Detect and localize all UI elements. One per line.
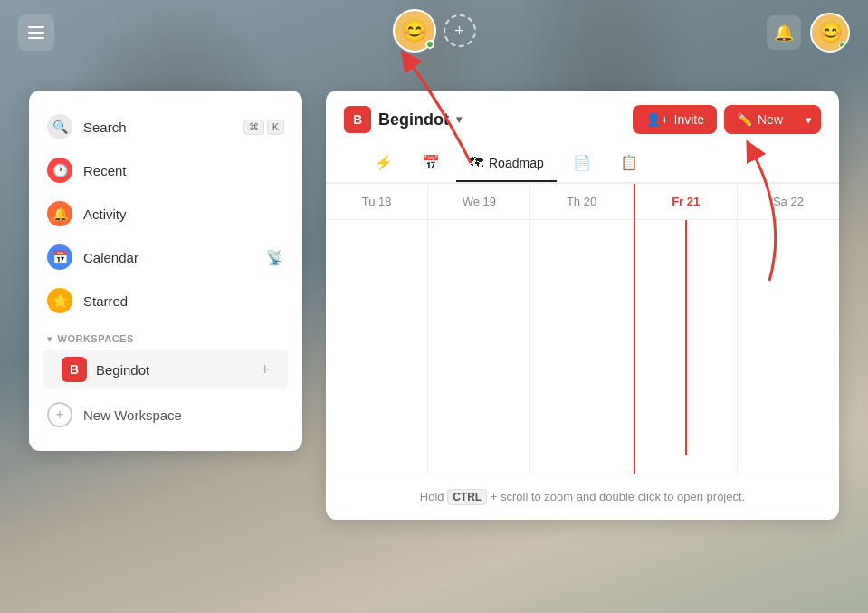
tab-table[interactable]: 📋	[607, 145, 651, 182]
panel-tabs: ⚡ 📅 🗺 Roadmap 📄 📋	[344, 145, 821, 182]
sidebar-item-starred[interactable]: ⭐ Starred	[29, 279, 302, 322]
tab-calendar[interactable]: 📅	[409, 145, 453, 182]
invite-label: Invite	[674, 112, 704, 127]
day-header-tu18: Tu 18	[326, 184, 427, 220]
day-col-we19: We 19	[428, 184, 530, 474]
notifications-button[interactable]: 🔔	[767, 15, 801, 50]
sidebar-item-recent[interactable]: 🕐 Recent	[29, 148, 302, 192]
tab-roadmap-label: Roadmap	[489, 156, 544, 170]
roadmap-hint: Hold CTRL + scroll to zoom and double cl…	[326, 474, 839, 520]
tab-table-icon: 📋	[620, 154, 638, 171]
chevron-down-new-icon: ▾	[806, 113, 812, 127]
shortcut-key: K	[267, 120, 284, 135]
center-avatar-area: 😊 +	[393, 9, 476, 53]
starred-icon: ⭐	[47, 288, 72, 313]
sidebar-item-calendar[interactable]: 📅 Calendar 📡	[29, 235, 302, 279]
new-button[interactable]: ✏️ New	[724, 105, 796, 134]
shortcut-cmd: ⌘	[243, 120, 264, 135]
center-avatar-emoji: 😊	[401, 18, 428, 43]
day-header-th20: Th 20	[530, 184, 632, 220]
day-col-tu18: Tu 18	[326, 184, 428, 474]
sidebar-starred-label: Starred	[83, 293, 284, 309]
activity-icon: 🔔	[47, 201, 72, 226]
ctrl-badge: CTRL	[447, 489, 487, 505]
search-icon: 🔍	[47, 114, 72, 139]
rss-icon: 📡	[266, 249, 284, 266]
roadmap-content: Tu 18 We 19 Th 20 Fr 21 Sa 22 Hold CTRL …	[326, 183, 839, 520]
plus-icon: +	[454, 22, 464, 41]
panel-actions: 👤+ Invite ✏️ New ▾	[633, 105, 821, 134]
new-edit-icon: ✏️	[737, 112, 752, 127]
day-header-sa22: Sa 22	[738, 184, 839, 220]
hint-pre: Hold	[420, 490, 447, 503]
panel-chevron-icon: ▾	[456, 113, 462, 126]
day-header-fr21: Fr 21	[635, 184, 737, 220]
sidebar: 🔍 Search ⌘ K 🕐 Recent 🔔 Activity 📅 Calen…	[29, 91, 302, 451]
new-workspace-label: New Workspace	[83, 407, 182, 423]
bell-icon: 🔔	[774, 23, 794, 43]
workspace-badge: B	[62, 357, 87, 382]
new-label: New	[758, 112, 783, 127]
center-avatar[interactable]: 😊	[393, 9, 436, 53]
tab-document-icon: 📄	[573, 154, 591, 171]
tab-document[interactable]: 📄	[560, 145, 604, 182]
sidebar-item-activity[interactable]: 🔔 Activity	[29, 192, 302, 235]
day-header-we19: We 19	[428, 184, 529, 220]
panel-workspace-title[interactable]: B Begindot ▾	[344, 106, 462, 133]
add-avatar-button[interactable]: +	[444, 14, 476, 47]
workspace-name: Begindot	[96, 362, 251, 378]
chevron-down-icon: ▾	[47, 334, 52, 344]
online-indicator	[425, 40, 434, 49]
topbar-right: 🔔 😊	[767, 13, 850, 53]
new-dropdown-button[interactable]: ▾	[796, 105, 821, 134]
panel-title-row: B Begindot ▾ 👤+ Invite ✏️ New ▾	[344, 105, 821, 134]
avatar-online-dot	[839, 42, 846, 49]
hamburger-icon	[28, 26, 44, 39]
panel-header: B Begindot ▾ 👤+ Invite ✏️ New ▾	[326, 91, 839, 183]
sidebar-item-search[interactable]: 🔍 Search ⌘ K	[29, 105, 302, 148]
tab-roadmap[interactable]: 🗺 Roadmap	[456, 146, 557, 182]
day-col-sa22: Sa 22	[738, 184, 839, 474]
menu-button[interactable]	[18, 14, 54, 51]
invite-person-icon: 👤+	[645, 112, 668, 127]
topbar-left	[18, 14, 54, 51]
calendar-icon: 📅	[47, 244, 72, 270]
new-button-group: ✏️ New ▾	[724, 105, 821, 134]
today-line	[685, 220, 687, 455]
sidebar-calendar-label: Calendar	[83, 250, 255, 265]
search-shortcut: ⌘ K	[243, 120, 284, 135]
workspaces-header: ▾ WORKSPACES	[29, 322, 302, 350]
hint-post: + scroll to zoom and double click to ope…	[487, 490, 745, 503]
day-col-fr21: Fr 21	[634, 184, 738, 474]
sidebar-recent-label: Recent	[83, 163, 284, 178]
recent-icon: 🕐	[47, 158, 72, 183]
invite-button[interactable]: 👤+ Invite	[633, 105, 717, 134]
panel-workspace-name: Begindot	[378, 110, 449, 129]
tab-roadmap-icon: 🗺	[469, 155, 483, 171]
tab-activity-icon: ⚡	[375, 154, 393, 171]
roadmap-grid: Tu 18 We 19 Th 20 Fr 21 Sa 22	[326, 183, 839, 474]
panel-workspace-badge: B	[344, 106, 371, 133]
new-workspace-plus-icon: +	[47, 402, 72, 427]
sidebar-activity-label: Activity	[83, 206, 284, 222]
sidebar-workspace-begindot[interactable]: B Begindot +	[43, 350, 288, 389]
day-col-th20: Th 20	[530, 184, 633, 474]
workspaces-title: WORKSPACES	[58, 333, 134, 344]
workspace-add-icon[interactable]: +	[260, 360, 270, 379]
tab-calendar-icon: 📅	[422, 154, 440, 171]
tab-activity[interactable]: ⚡	[362, 145, 405, 182]
main-panel: B Begindot ▾ 👤+ Invite ✏️ New ▾	[326, 91, 839, 520]
sidebar-search-label: Search	[83, 120, 233, 135]
workspace-list: B Begindot +	[29, 350, 302, 389]
new-workspace-item[interactable]: + New Workspace	[29, 393, 302, 436]
avatar-emoji: 😊	[818, 21, 843, 44]
user-avatar[interactable]: 😊	[810, 13, 850, 53]
topbar: 😊 + 🔔 😊	[0, 0, 868, 65]
